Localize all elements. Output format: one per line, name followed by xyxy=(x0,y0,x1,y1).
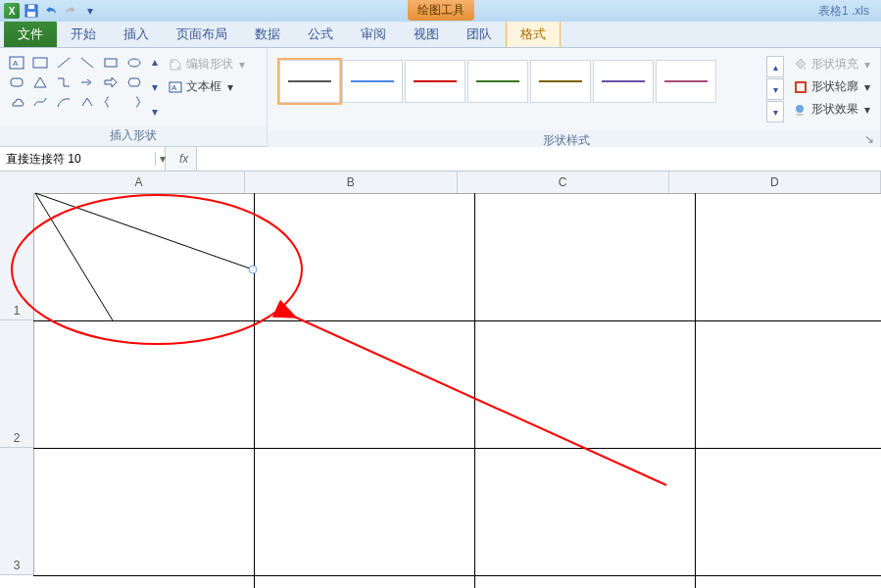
shape-line2-icon[interactable] xyxy=(76,54,98,72)
shape-effects-label: 形状效果 xyxy=(811,101,858,118)
edit-shape-button: 编辑形状 ▾ xyxy=(167,54,247,74)
style-item-4[interactable] xyxy=(530,60,591,103)
row-header-2[interactable]: 2 xyxy=(0,320,33,448)
svg-rect-5 xyxy=(33,58,47,68)
shape-outline-button[interactable]: 形状轮廓 ▾ xyxy=(792,76,872,97)
shape-elbow-icon[interactable] xyxy=(53,74,74,91)
name-box-input[interactable] xyxy=(4,151,155,167)
tab-file[interactable]: 文件 xyxy=(4,21,57,47)
shape-brace-icon[interactable] xyxy=(100,93,122,111)
gallery-up-icon[interactable]: ▴ xyxy=(147,54,163,70)
shape-oval-icon[interactable] xyxy=(123,54,145,72)
contextual-tool-label: 绘图工具 xyxy=(408,0,474,21)
col-header-C[interactable]: C xyxy=(458,172,669,193)
gallery-down-icon[interactable]: ▾ xyxy=(147,79,163,95)
shape-triangle-icon[interactable] xyxy=(29,74,51,91)
svg-text:A: A xyxy=(171,83,177,92)
chevron-down-icon: ▾ xyxy=(864,103,870,117)
shape-line-icon[interactable] xyxy=(53,54,74,72)
tab-insert[interactable]: 插入 xyxy=(110,21,163,47)
row-header-3[interactable]: 3 xyxy=(0,448,33,575)
dialog-launcher-icon[interactable]: ↘ xyxy=(864,132,874,146)
row-headers: 1 2 3 xyxy=(0,193,34,575)
title-bar: X ▾ 绘图工具 表格1 .xls xyxy=(0,0,881,22)
shape-textbox2-icon[interactable] xyxy=(29,54,51,72)
style-item-2[interactable] xyxy=(405,60,465,103)
svg-line-7 xyxy=(81,58,93,68)
svg-rect-1 xyxy=(28,5,34,9)
col-header-A[interactable]: A xyxy=(33,172,245,193)
shape-fill-label: 形状填充 xyxy=(811,56,858,73)
svg-point-17 xyxy=(796,113,804,115)
column-headers: A B C D xyxy=(33,172,881,194)
app-logo[interactable]: X xyxy=(4,3,20,19)
tab-team[interactable]: 团队 xyxy=(453,21,506,47)
shape-blockarrow-icon[interactable] xyxy=(100,74,122,91)
ribbon-group-insert-shapes: A ▴ ▾ ▾ xyxy=(0,48,268,146)
svg-point-12 xyxy=(177,67,179,69)
tab-home[interactable]: 开始 xyxy=(57,21,110,47)
worksheet-grid[interactable]: A B C D 1 2 3 xyxy=(0,172,881,588)
tab-view[interactable]: 视图 xyxy=(400,21,453,47)
select-all-corner[interactable] xyxy=(0,172,34,194)
formula-input[interactable] xyxy=(196,147,881,171)
shape-arc-icon[interactable] xyxy=(53,93,74,111)
style-more-icon[interactable]: ▾ xyxy=(766,101,784,122)
ribbon-tabs: 文件 开始 插入 页面布局 数据 公式 审阅 视图 团队 格式 xyxy=(0,22,881,48)
shape-roundrect-icon[interactable] xyxy=(6,74,27,91)
svg-point-11 xyxy=(171,61,173,63)
shape-textbox-icon[interactable]: A xyxy=(6,54,27,72)
style-item-1[interactable] xyxy=(342,60,403,103)
shape-brace2-icon[interactable] xyxy=(123,93,145,111)
name-box[interactable]: ▾ xyxy=(0,147,166,171)
svg-line-6 xyxy=(58,58,70,68)
shape-outline-label: 形状轮廓 xyxy=(811,78,858,95)
undo-icon[interactable] xyxy=(43,3,59,19)
tab-format[interactable]: 格式 xyxy=(506,20,561,47)
svg-rect-8 xyxy=(105,59,117,67)
style-gallery-scroll: ▴ ▾ ▾ xyxy=(766,52,784,126)
group-label-insert-shapes: 插入形状 xyxy=(0,125,267,146)
shape-gallery[interactable]: A xyxy=(4,52,147,113)
shape-caret-icon[interactable] xyxy=(76,93,98,111)
tab-page-layout[interactable]: 页面布局 xyxy=(163,21,241,47)
style-gallery xyxy=(271,52,766,111)
tab-review[interactable]: 审阅 xyxy=(347,21,400,47)
shape-curve-icon[interactable] xyxy=(29,93,51,111)
svg-point-9 xyxy=(128,59,140,67)
gallery-more-icon[interactable]: ▾ xyxy=(147,104,163,120)
style-item-0[interactable] xyxy=(279,60,340,103)
tab-formulas[interactable]: 公式 xyxy=(294,21,347,47)
svg-rect-10 xyxy=(11,78,23,86)
cells-area[interactable] xyxy=(33,193,881,588)
redo-icon[interactable] xyxy=(63,3,78,19)
tab-data[interactable]: 数据 xyxy=(241,21,294,47)
shape-rect-icon[interactable] xyxy=(100,54,122,72)
shape-effects-button[interactable]: 形状效果 ▾ xyxy=(792,99,872,120)
shape-arrow-icon[interactable] xyxy=(76,74,98,91)
chevron-down-icon: ▾ xyxy=(227,80,233,94)
save-icon[interactable] xyxy=(24,3,39,19)
style-down-icon[interactable]: ▾ xyxy=(766,78,784,100)
ribbon: A ▴ ▾ ▾ xyxy=(0,48,881,147)
style-up-icon[interactable]: ▴ xyxy=(766,56,784,77)
shape-hex-icon[interactable] xyxy=(123,74,145,91)
document-title: 表格1 .xls xyxy=(818,3,869,20)
edit-shape-label: 编辑形状 xyxy=(186,56,233,73)
shape-cloud-icon[interactable] xyxy=(6,93,27,111)
text-box-label: 文本框 xyxy=(186,78,221,95)
style-item-5[interactable] xyxy=(593,60,654,103)
chevron-down-icon: ▾ xyxy=(864,80,870,94)
shape-fill-button: 形状填充 ▾ xyxy=(792,54,872,74)
svg-text:A: A xyxy=(13,59,19,68)
fx-icon[interactable]: fx xyxy=(179,152,188,166)
row-header-1[interactable]: 1 xyxy=(0,193,33,320)
col-header-D[interactable]: D xyxy=(669,172,881,193)
chevron-down-icon: ▾ xyxy=(239,58,245,72)
qat-dropdown-icon[interactable]: ▾ xyxy=(82,3,98,19)
style-item-3[interactable] xyxy=(467,60,528,103)
ribbon-group-shape-styles: ▴ ▾ ▾ 形状填充 ▾ 形状轮廓 ▾ 形状效果 ▾ xyxy=(268,48,881,146)
style-item-6[interactable] xyxy=(656,60,716,103)
text-box-button[interactable]: A 文本框 ▾ xyxy=(167,76,247,97)
col-header-B[interactable]: B xyxy=(245,172,457,193)
